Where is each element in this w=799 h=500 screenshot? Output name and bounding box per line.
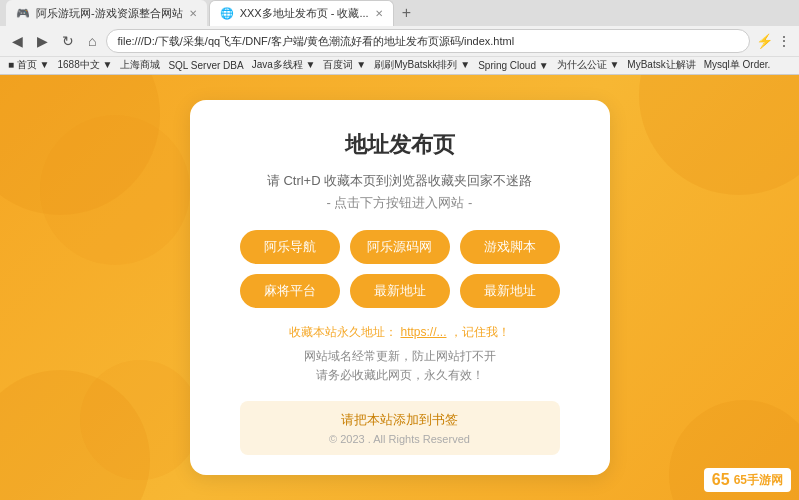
bookmark-7[interactable]: Spring Cloud ▼ (478, 60, 549, 71)
watermark: 65 65手游网 (704, 468, 791, 492)
address-bar-row: ◀ ▶ ↻ ⌂ file:///D:/下载/采集/qq飞车/DNF/客户端/黄色… (0, 26, 799, 56)
page-title: 地址发布页 (240, 130, 560, 160)
watermark-icon: 65 (712, 471, 730, 489)
notice-desc-line2: 请务必收藏此网页，永久有效！ (240, 366, 560, 385)
nav-button[interactable]: 阿乐导航 (240, 230, 340, 264)
bookmark-3[interactable]: SQL Server DBA (168, 60, 243, 71)
tab-inactive[interactable]: 🎮 阿乐游玩网-游戏资源整合网站 ✕ (6, 0, 207, 26)
bookmark-2[interactable]: 上海商城 (120, 58, 160, 72)
bottom-bar: 请把本站添加到书签 © 2023 . All Rights Reserved (240, 401, 560, 455)
bookmark-6[interactable]: 刷刷MyBatskk排列 ▼ (374, 58, 470, 72)
forward-button[interactable]: ▶ (33, 31, 52, 51)
copyright-text: © 2023 . All Rights Reserved (240, 433, 560, 445)
notice-desc-line1: 网站域名经常更新，防止网站打不开 (240, 347, 560, 366)
source-button[interactable]: 阿乐源码网 (350, 230, 450, 264)
notice-text: 收藏本站永久地址： https://... ，记住我！ (240, 324, 560, 341)
buttons-grid: 阿乐导航 阿乐源码网 游戏脚本 麻将平台 最新地址 最新地址 (240, 230, 560, 308)
bookmark-4[interactable]: Java多线程 ▼ (252, 58, 316, 72)
script-button[interactable]: 游戏脚本 (460, 230, 560, 264)
notice-url-link[interactable]: https://... (400, 325, 446, 339)
click-hint: - 点击下方按钮进入网站 - (240, 194, 560, 212)
browser-chrome: 🎮 阿乐游玩网-游戏资源整合网站 ✕ 🌐 XXX多地址发布页 - 收藏... ✕… (0, 0, 799, 75)
home-button[interactable]: ⌂ (84, 31, 100, 51)
bookmark-10[interactable]: Mysql单 Order. (704, 58, 771, 72)
deco-circle-2 (40, 115, 190, 265)
main-card: 地址发布页 请 Ctrl+D 收藏本页到浏览器收藏夹回家不迷路 - 点击下方按钮… (190, 100, 610, 475)
notice-suffix: ，记住我！ (450, 325, 510, 339)
bookmarks-bar: ■ 首页 ▼ 1688中文 ▼ 上海商城 SQL Server DBA Java… (0, 56, 799, 74)
tab-favicon: 🎮 (16, 7, 30, 20)
latest-addr-2-button[interactable]: 最新地址 (460, 274, 560, 308)
address-text: file:///D:/下载/采集/qq飞车/DNF/客户端/黄色潮流好看的地址发… (117, 34, 514, 49)
tab-bar: 🎮 阿乐游玩网-游戏资源整合网站 ✕ 🌐 XXX多地址发布页 - 收藏... ✕… (0, 0, 799, 26)
extensions-button[interactable]: ⚡ (756, 33, 773, 49)
latest-addr-1-button[interactable]: 最新地址 (350, 274, 450, 308)
mahjong-button[interactable]: 麻将平台 (240, 274, 340, 308)
watermark-text: 65手游网 (734, 472, 783, 489)
page-subtitle: 请 Ctrl+D 收藏本页到浏览器收藏夹回家不迷路 (240, 172, 560, 190)
new-tab-button[interactable]: + (396, 4, 417, 22)
bookmark-8[interactable]: 为什么公证 ▼ (557, 58, 620, 72)
bottom-bar-text: 请把本站添加到书签 (240, 411, 560, 429)
tab-active-label: XXX多地址发布页 - 收藏... (240, 6, 369, 21)
deco-circle-5 (639, 75, 799, 195)
back-button[interactable]: ◀ (8, 31, 27, 51)
page-content: 地址发布页 请 Ctrl+D 收藏本页到浏览器收藏夹回家不迷路 - 点击下方按钮… (0, 75, 799, 500)
notice-desc: 网站域名经常更新，防止网站打不开 请务必收藏此网页，永久有效！ (240, 347, 560, 385)
bookmark-9[interactable]: MyBatsk让解讲 (627, 58, 695, 72)
bookmark-1[interactable]: 1688中文 ▼ (58, 58, 113, 72)
browser-actions: ⚡ ⋮ (756, 33, 791, 49)
notice-label: 收藏本站永久地址： (289, 325, 397, 339)
menu-button[interactable]: ⋮ (777, 33, 791, 49)
tab-label: 阿乐游玩网-游戏资源整合网站 (36, 6, 183, 21)
bookmark-0[interactable]: ■ 首页 ▼ (8, 58, 50, 72)
tab-close-active-btn[interactable]: ✕ (375, 8, 383, 19)
bookmark-5[interactable]: 百度词 ▼ (323, 58, 366, 72)
tab-favicon-active: 🌐 (220, 7, 234, 20)
tab-active[interactable]: 🌐 XXX多地址发布页 - 收藏... ✕ (209, 0, 394, 26)
refresh-button[interactable]: ↻ (58, 31, 78, 51)
tab-close-btn[interactable]: ✕ (189, 8, 197, 19)
deco-circle-4 (80, 360, 200, 480)
address-input[interactable]: file:///D:/下载/采集/qq飞车/DNF/客户端/黄色潮流好看的地址发… (106, 29, 750, 53)
